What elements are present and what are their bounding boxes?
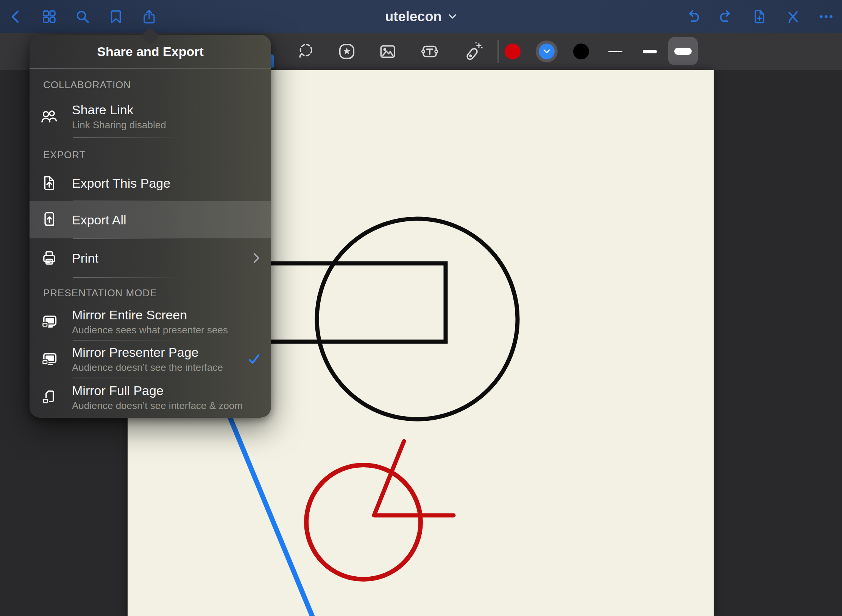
undo-icon	[685, 8, 701, 25]
menu-item-title: Export All	[72, 212, 126, 228]
sticker-tool-button[interactable]	[335, 38, 359, 65]
redo-icon	[718, 8, 734, 25]
menu-item-subtitle: Audience sees what presenter sees	[72, 324, 228, 336]
menu-item-subtitle: Audience doesn’t see interface & zoom	[72, 399, 243, 412]
menu-item-subtitle: Audience doesn’t see the interface	[72, 361, 223, 374]
undo-button[interactable]	[685, 8, 701, 25]
color-swatch-red[interactable]	[505, 44, 521, 59]
printer-icon	[40, 249, 58, 267]
menu-item-share-link[interactable]: Share Link Link Sharing disabled	[30, 95, 271, 137]
menu-item-title: Mirror Presenter Page	[72, 344, 223, 360]
export-page-icon	[40, 174, 58, 192]
text-tool-button[interactable]	[418, 38, 442, 65]
menu-item-mirror-presenter-page[interactable]: Mirror Presenter Page Audience doesn’t s…	[30, 341, 271, 378]
stroke-thin-button[interactable]	[608, 51, 622, 52]
lasso-tool-button[interactable]	[293, 38, 318, 65]
mirror-full-page-icon	[40, 388, 58, 406]
mirror-screen-icon	[40, 313, 58, 331]
menu-item-mirror-full-page[interactable]: Mirror Full Page Audience doesn’t see in…	[30, 378, 271, 416]
laser-pointer-tool-button[interactable]	[461, 38, 485, 65]
sticker-icon	[337, 42, 357, 61]
menu-item-title: Mirror Entire Screen	[72, 307, 228, 323]
stroke-thick-line	[674, 48, 692, 55]
goodnotes-app: utelecon	[0, 0, 842, 616]
toolbar-divider	[497, 40, 499, 63]
menu-item-title: Share Link	[72, 102, 166, 118]
navbar-right-group	[685, 0, 834, 33]
section-label-collaboration: COLLABORATION	[30, 69, 271, 95]
lasso-icon	[296, 42, 315, 61]
share-export-popover: Share and Export COLLABORATION Sh	[30, 35, 271, 418]
menu-item-export-all[interactable]: Export All	[30, 201, 271, 238]
menu-item-title: Mirror Full Page	[72, 383, 243, 398]
more-icon	[818, 8, 834, 25]
checkmark-icon	[248, 353, 260, 365]
navbar: utelecon	[0, 0, 842, 33]
more-button[interactable]	[818, 8, 834, 25]
image-tool-button[interactable]	[376, 38, 400, 65]
color-swatch-blue	[539, 44, 555, 59]
menu-item-print[interactable]: Print	[30, 239, 271, 277]
section-label-export: EXPORT	[30, 138, 271, 165]
pen-off-icon	[784, 8, 801, 25]
section-label-presentation-mode: PRESENTATION MODE	[30, 278, 271, 303]
menu-item-title: Export This Page	[72, 175, 170, 191]
chevron-right-icon	[252, 252, 260, 264]
popover-title: Share and Export	[30, 35, 271, 68]
laser-pointer-icon	[463, 42, 483, 61]
menu-item-export-this-page[interactable]: Export This Page	[30, 165, 271, 201]
export-all-icon	[40, 211, 58, 229]
menu-item-title: Print	[72, 250, 98, 266]
stroke-thick-button-selected[interactable]	[668, 37, 698, 65]
menu-item-mirror-entire-screen[interactable]: Mirror Entire Screen Audience sees what …	[30, 303, 271, 340]
chevron-down-icon	[543, 49, 551, 54]
color-swatch-blue-selected[interactable]	[536, 40, 558, 62]
add-page-icon	[751, 8, 768, 25]
people-icon	[40, 107, 58, 126]
pen-off-button[interactable]	[784, 8, 801, 25]
menu-item-subtitle: Link Sharing disabled	[72, 118, 166, 131]
color-swatch-black[interactable]	[573, 44, 589, 59]
add-page-button[interactable]	[751, 8, 768, 25]
stroke-medium-button[interactable]	[643, 50, 657, 53]
text-icon	[420, 42, 440, 61]
chevron-down-icon	[448, 14, 457, 20]
redo-button[interactable]	[718, 8, 734, 25]
mirror-presenter-icon	[40, 350, 58, 368]
document-title: utelecon	[385, 9, 442, 25]
image-icon	[378, 42, 398, 61]
